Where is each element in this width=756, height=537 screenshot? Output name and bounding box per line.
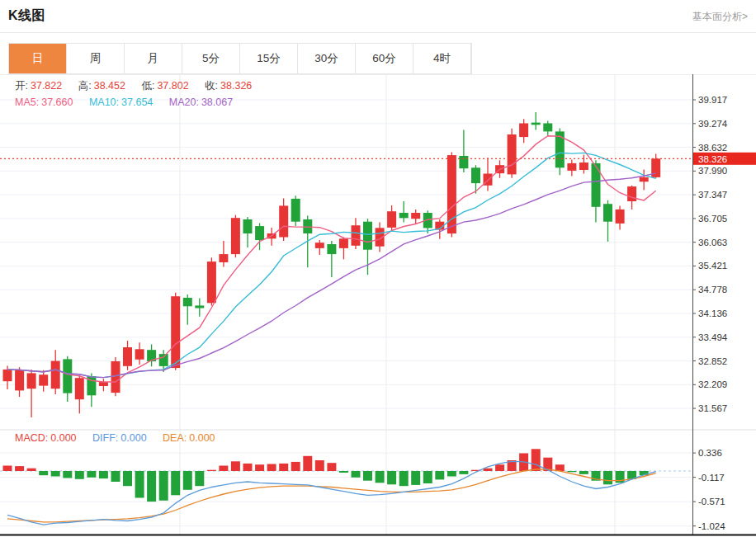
candle-body (567, 163, 576, 171)
axis-tick-label: 33.494 (698, 332, 728, 342)
candle-body (363, 222, 372, 250)
candle-body (231, 218, 240, 254)
candle-body (519, 124, 528, 138)
macd-bar (99, 471, 108, 478)
tab-month[interactable]: 月 (125, 44, 182, 73)
macd-bar (219, 466, 228, 472)
candle-body (471, 167, 480, 183)
low-label: 低: (141, 80, 154, 92)
fundamental-analysis-link[interactable]: 基本面分析> (692, 10, 748, 24)
dea-label: DEA: (163, 432, 187, 444)
macd-bar (339, 471, 348, 473)
macd-label: MACD: (15, 432, 48, 444)
tab-30min[interactable]: 30分 (298, 44, 356, 73)
candle-body (411, 213, 420, 219)
kline-chart: 39.91739.27438.63237.99037.34736.70536.0… (0, 74, 756, 537)
macd-bar (387, 471, 396, 484)
candle-body (195, 305, 204, 308)
candle-body (243, 219, 253, 233)
close-value: 38.326 (220, 80, 252, 92)
diff-label: DIFF: (92, 432, 118, 444)
ma10-label: MA10: (89, 97, 119, 108)
macd-bar (207, 470, 216, 471)
candle-body (651, 158, 660, 177)
tab-4hour[interactable]: 4时 (413, 44, 471, 73)
macd-bar (567, 471, 576, 472)
axis-tick-label: 37.990 (698, 166, 727, 176)
tab-5min[interactable]: 5分 (182, 44, 240, 73)
macd-bar (183, 471, 192, 490)
macd-bar (123, 471, 132, 486)
candle-body (291, 199, 300, 222)
macd-bar (315, 460, 324, 471)
macd-bar (87, 471, 96, 478)
candle-body (15, 370, 24, 391)
macd-bar (171, 471, 180, 495)
ma5-value: 37.660 (41, 97, 73, 108)
candle-body (219, 254, 228, 262)
macd-bar (423, 471, 432, 483)
tab-60min[interactable]: 60分 (356, 44, 413, 73)
macd-bar (27, 469, 36, 471)
candle-body (508, 134, 517, 174)
macd-bar (532, 449, 541, 471)
macd-value: 0.000 (50, 432, 76, 444)
candle-body (63, 359, 72, 393)
candle-body (315, 243, 324, 248)
close-label: 收: (205, 80, 218, 92)
axis-tick-label: 37.347 (698, 190, 727, 200)
macd-bar (135, 471, 144, 498)
candle-body (75, 378, 84, 399)
candle-body (352, 225, 361, 246)
macd-bar (231, 461, 240, 471)
axis-tick-label: 38.632 (698, 143, 727, 153)
axis-tick-label: 39.274 (698, 119, 728, 129)
tab-15min[interactable]: 15分 (240, 44, 298, 73)
current-price-tag-label: 38.326 (698, 154, 727, 164)
macd-bar (15, 466, 24, 471)
tab-week[interactable]: 周 (67, 44, 125, 73)
ma20-label: MA20: (169, 97, 199, 108)
period-tabs: 日 周 月 5分 15分 30分 60分 4时 (8, 43, 472, 74)
candle-body (99, 382, 108, 386)
axis-tick-label: 32.852 (698, 356, 727, 366)
kline-chart-canvas[interactable]: 39.91739.27438.63237.99037.34736.70536.0… (0, 74, 756, 537)
candle-body (159, 354, 168, 366)
candle-body (603, 204, 612, 222)
candle-body (135, 349, 144, 360)
macd-bar (495, 464, 504, 471)
open-value: 37.822 (31, 80, 62, 92)
high-label: 高: (78, 80, 92, 92)
tab-day[interactable]: 日 (9, 44, 67, 73)
candle-body (543, 124, 552, 132)
diff-value: 0.000 (120, 432, 146, 444)
axis-tick-label: -1.024 (698, 521, 725, 531)
macd-bar (327, 463, 336, 471)
macd-bar (435, 471, 444, 479)
axis-tick-label: -0.117 (698, 473, 725, 483)
macd-bar (111, 471, 120, 482)
candle-body (387, 211, 396, 228)
macd-bar (447, 471, 456, 477)
candle-body (459, 156, 468, 168)
macd-bar (159, 471, 168, 501)
macd-bar (255, 464, 264, 471)
macd-bar (195, 471, 204, 486)
macd-bar (603, 471, 612, 484)
candle-body (39, 374, 48, 385)
candle-body (51, 361, 60, 389)
macd-bar (51, 471, 60, 477)
macd-bar (3, 466, 12, 472)
page-header: K线图 基本面分析> (0, 0, 756, 33)
axis-tick-label: 34.136 (698, 309, 727, 318)
high-value: 38.452 (94, 80, 125, 92)
axis-tick-label: 0.336 (698, 448, 722, 458)
macd-bar (63, 471, 72, 478)
macd-bar (579, 471, 588, 474)
candle-body (627, 186, 636, 201)
candle-body (579, 163, 588, 170)
ma-legend: MA5:37.660 MA10:37.654 MA20:38.067 (15, 97, 246, 108)
page-title: K线图 (8, 7, 45, 25)
candle-body (532, 123, 541, 125)
macd-bar (39, 471, 48, 475)
